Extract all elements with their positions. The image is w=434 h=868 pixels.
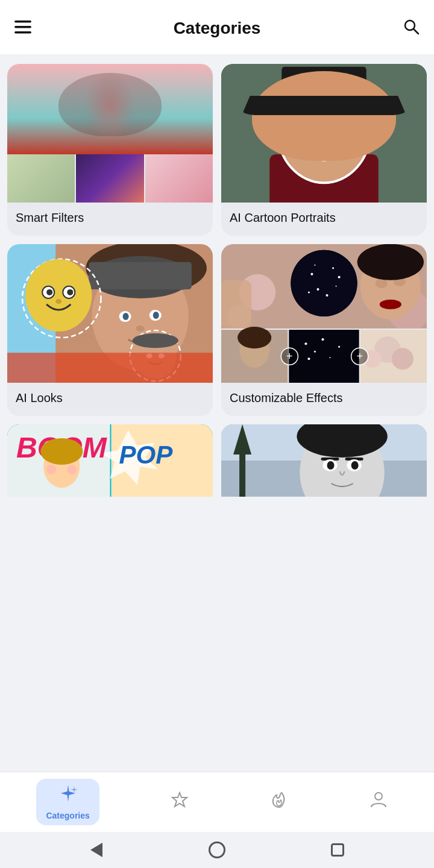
smart-filters-label: Smart Filters (7, 203, 213, 236)
svg-point-53 (316, 288, 319, 291)
svg-rect-43 (7, 353, 213, 383)
svg-point-73 (338, 346, 340, 348)
sf-thumbnail-row (7, 154, 213, 203)
svg-point-93 (67, 465, 77, 474)
person-icon (369, 790, 388, 814)
svg-point-50 (291, 250, 357, 316)
sparkle-icon (58, 784, 78, 807)
svg-rect-97 (239, 454, 245, 497)
card-comic-style[interactable]: BOOM POP (7, 424, 213, 497)
system-bar (0, 832, 434, 868)
svg-point-55 (308, 291, 310, 293)
custom-effects-svg: + + (221, 244, 427, 383)
nav-profile[interactable] (359, 785, 398, 819)
svg-rect-1 (14, 26, 31, 28)
svg-text:+: + (286, 350, 293, 362)
smart-filters-image (7, 64, 213, 203)
menu-icon[interactable] (14, 19, 31, 38)
svg-rect-13 (281, 67, 366, 100)
card-ai-looks[interactable]: AI Looks (7, 244, 213, 416)
svg-point-36 (67, 289, 73, 295)
svg-point-29 (153, 312, 159, 319)
svg-point-14 (301, 127, 316, 139)
svg-point-30 (136, 326, 145, 332)
svg-point-9 (275, 70, 372, 130)
ai-cartoon-image (221, 64, 427, 203)
sf-image-layout (7, 64, 213, 203)
svg-point-106 (375, 793, 382, 800)
custom-effects-image: + + (221, 244, 427, 383)
app-header: Categories (0, 0, 434, 54)
svg-point-32 (25, 259, 92, 332)
custom-effects-label: Customizable Effects (221, 383, 427, 416)
svg-text:+: + (356, 350, 363, 362)
card-customizable-effects[interactable]: + + Customizable Effects (221, 244, 427, 416)
svg-point-51 (310, 273, 313, 275)
sf-thumb-2 (76, 154, 145, 203)
nav-trending[interactable] (260, 785, 298, 819)
categories-nav-label: Categories (46, 811, 89, 820)
svg-point-8 (278, 79, 369, 182)
home-circle-icon (209, 841, 225, 858)
nav-categories[interactable]: Categories (36, 779, 99, 825)
svg-point-16 (306, 129, 313, 137)
svg-point-57 (314, 265, 315, 266)
svg-point-40 (133, 333, 178, 348)
svg-point-91 (40, 438, 83, 465)
back-arrow-icon (90, 843, 102, 857)
card-ai-cartoon[interactable]: AI Cartoon Portraits (221, 64, 427, 236)
svg-point-28 (123, 313, 129, 320)
comic-svg: BOOM POP (7, 424, 213, 497)
star-icon (170, 790, 189, 814)
ai-cartoon-label: AI Cartoon Portraits (221, 203, 427, 236)
sf-thumb-3 (145, 154, 213, 203)
svg-point-52 (332, 267, 334, 269)
svg-point-18 (319, 139, 329, 145)
svg-point-75 (307, 357, 310, 360)
ai-cartoon-svg (221, 64, 427, 203)
svg-rect-10 (275, 100, 288, 148)
sf-face (7, 64, 213, 154)
svg-point-54 (336, 286, 337, 287)
page-title: Categories (174, 19, 261, 38)
svg-line-4 (414, 29, 418, 34)
nav-favorites[interactable] (160, 785, 199, 819)
svg-rect-63 (221, 280, 251, 329)
svg-rect-69 (289, 330, 359, 383)
svg-rect-2 (14, 31, 31, 34)
svg-point-37 (55, 299, 61, 304)
bottom-navigation: Categories (0, 772, 434, 832)
ai-looks-image (7, 244, 213, 383)
ai-looks-svg (7, 244, 213, 383)
categories-grid: Smart Filters (7, 64, 427, 497)
svg-point-71 (321, 338, 324, 341)
bw-portrait-svg (221, 424, 427, 497)
search-icon[interactable] (403, 18, 420, 39)
svg-point-104 (327, 461, 335, 470)
svg-point-17 (337, 129, 344, 137)
svg-rect-25 (89, 262, 192, 289)
svg-point-62 (357, 244, 424, 280)
svg-point-92 (46, 465, 56, 474)
svg-point-12 (266, 80, 382, 102)
svg-rect-11 (359, 100, 373, 148)
home-button[interactable] (208, 841, 226, 859)
recents-square-icon (331, 843, 344, 857)
svg-text:POP: POP (119, 441, 174, 469)
svg-rect-0 (14, 20, 31, 23)
svg-point-56 (326, 294, 329, 297)
sf-thumb-1 (7, 154, 76, 203)
recents-button[interactable] (329, 841, 347, 859)
bw-portrait-bg (221, 424, 427, 497)
svg-point-35 (46, 289, 52, 295)
svg-point-105 (351, 461, 359, 470)
svg-point-64 (380, 300, 401, 309)
card-bw-portrait[interactable] (221, 424, 427, 497)
back-button[interactable] (87, 841, 105, 859)
ai-cartoon-bg (221, 64, 427, 203)
svg-point-72 (314, 351, 316, 353)
fire-icon (269, 790, 289, 814)
svg-point-15 (332, 127, 347, 139)
card-smart-filters[interactable]: Smart Filters (7, 64, 213, 236)
sf-main-image (7, 64, 213, 154)
